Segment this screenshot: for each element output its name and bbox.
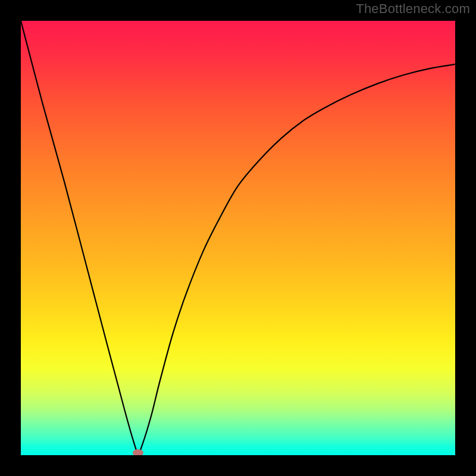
plot-area: [21, 21, 455, 455]
chart-frame: TheBottleneck.com: [0, 0, 476, 476]
bottleneck-curve: [21, 21, 455, 453]
curve-svg: [21, 21, 455, 455]
watermark-text: TheBottleneck.com: [356, 1, 470, 17]
min-marker-icon: [133, 449, 143, 455]
